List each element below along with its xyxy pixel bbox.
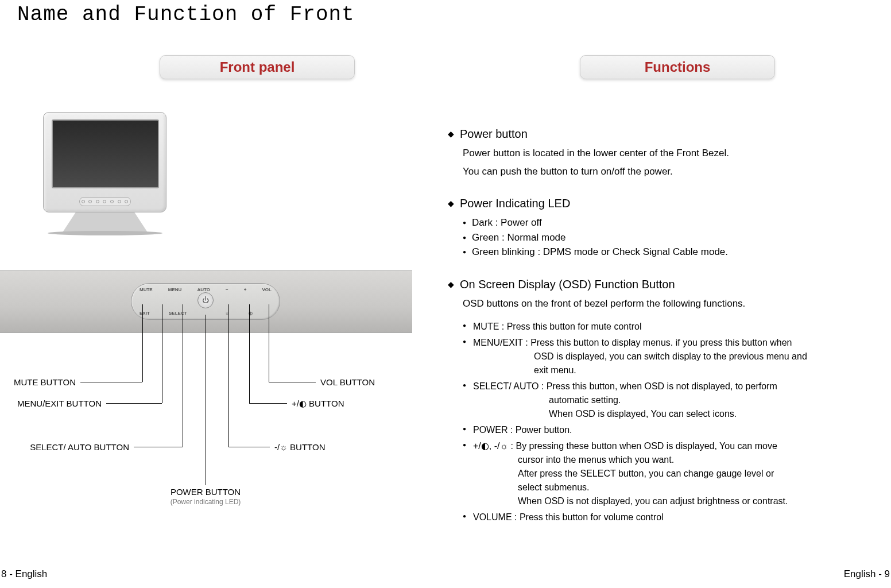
footer-left: 8 - English: [1, 568, 47, 580]
lead-line: [142, 304, 143, 382]
lead-line: [228, 447, 270, 447]
led-item-green: Green : Normal mode: [463, 230, 878, 245]
tab-front-panel: Front panel: [160, 55, 355, 79]
osd-item-volume: VOLUME : Press this button for volume co…: [463, 510, 878, 524]
lead-line: [106, 403, 162, 404]
function-osd: On Screen Display (OSD) Function Button …: [448, 276, 878, 525]
led-item-dark: Dark : Power off: [463, 215, 878, 230]
panel-label-menu: MENU: [168, 287, 182, 292]
osd-item-pm-e: When OSD is not displayed, you can adjus…: [473, 494, 878, 508]
callout-select-auto: SELECT/ AUTO BUTTON: [17, 442, 129, 452]
callout-mute: MUTE BUTTON: [0, 377, 76, 387]
monitor-screen: [52, 119, 159, 188]
callout-menu-exit: MENU/EXIT BUTTON: [0, 399, 102, 408]
panel-label-minus: −: [226, 287, 228, 292]
osd-item-pm-c: After press the SELECT button, you can c…: [473, 467, 878, 481]
function-power: Power button Power button is located in …: [448, 125, 878, 179]
function-led: Power Indicating LED Dark : Power off Gr…: [448, 195, 878, 260]
power-button-icon: ⏻: [197, 292, 214, 308]
lead-line: [228, 304, 229, 447]
osd-item-menu: MENU/EXIT : Press this button to display…: [463, 336, 878, 377]
panel-label-vol: VOL: [262, 287, 272, 292]
lead-line: [183, 304, 183, 447]
panel-label-exit: EXIT: [140, 311, 150, 316]
function-power-title: Power button: [448, 125, 878, 142]
osd-item-select: SELECT/ AUTO : Press this button, when O…: [463, 380, 878, 421]
monitor-base: [48, 231, 162, 235]
panel-label-plus: +: [244, 287, 247, 292]
callout-plus-contrast: +/◐ BUTTON: [292, 399, 344, 409]
osd-item-menu-b: OSD is displayed, you can switch display…: [473, 350, 878, 363]
lead-line: [249, 403, 287, 404]
monitor-illustration: [43, 112, 166, 241]
led-item-blink: Green blinking : DPMS mode or Check Sign…: [463, 245, 878, 260]
lead-line: [269, 304, 269, 382]
panel-label-auto: AUTO: [197, 287, 210, 292]
lead-line: [80, 382, 142, 382]
panel-row-top: MUTE MENU AUTO − + VOL: [140, 287, 272, 292]
tab-functions-label: Functions: [645, 59, 711, 75]
callout-minus-brightness: -/☼ BUTTON: [274, 442, 325, 452]
osd-item-plusminus: +/◐, -/☼ : By pressing these button when…: [463, 439, 878, 508]
function-power-line2: You can push the button to turn on/off t…: [463, 164, 878, 179]
panel-label-mute: MUTE: [140, 287, 153, 292]
osd-item-menu-a: MENU/EXIT : Press this button to display…: [473, 338, 792, 347]
osd-item-pm-sym: +/◐, -/☼: [473, 441, 511, 451]
page-title: Name and Function of Front: [17, 3, 355, 26]
callout-power-label: POWER BUTTON: [171, 487, 241, 497]
front-panel-strip: MUTE MENU AUTO − + VOL EXIT SELECT ☼ ◐ ⏻: [0, 270, 412, 333]
osd-item-mute: MUTE : Press this button for mute contro…: [463, 320, 878, 334]
osd-item-power: POWER : Power button.: [463, 423, 878, 437]
function-osd-intro: OSD buttons on the front of bezel perfor…: [448, 296, 878, 311]
osd-item-pm-a: : By pressing these button when OSD is d…: [511, 441, 777, 451]
osd-item-select-b: automatic setting.: [473, 393, 878, 407]
tab-functions: Functions: [580, 55, 775, 79]
osd-item-menu-c: exit menu.: [473, 363, 878, 377]
osd-item-select-a: SELECT/ AUTO : Press this button, when O…: [473, 381, 777, 391]
osd-item-pm-d: select submenus.: [473, 481, 878, 494]
function-power-line1: Power button is located in the lower cen…: [463, 146, 878, 161]
functions-column: Power button Power button is located in …: [448, 125, 878, 540]
osd-item-pm-b: cursor into the menus which you want.: [473, 453, 878, 467]
osd-item-select-c: When OSD is displayed, You can select ic…: [473, 407, 878, 421]
callout-vol: VOL BUTTON: [320, 377, 375, 387]
panel-label-select: SELECT: [169, 311, 187, 316]
monitor-body: [43, 112, 166, 212]
lead-line: [134, 447, 183, 447]
lead-line: [269, 382, 316, 382]
monitor-button-row: [79, 197, 131, 206]
lead-line: [249, 304, 250, 403]
lead-line: [206, 315, 206, 485]
tab-front-panel-label: Front panel: [220, 59, 295, 75]
monitor-stand: [62, 211, 148, 233]
callout-power-sub: (Power indicating LED): [168, 498, 243, 506]
function-osd-title: On Screen Display (OSD) Function Button: [448, 276, 878, 293]
function-led-title: Power Indicating LED: [448, 195, 878, 212]
callout-power: POWER BUTTON (Power indicating LED): [168, 487, 243, 506]
lead-line: [162, 304, 162, 403]
footer-right: English - 9: [844, 568, 890, 580]
